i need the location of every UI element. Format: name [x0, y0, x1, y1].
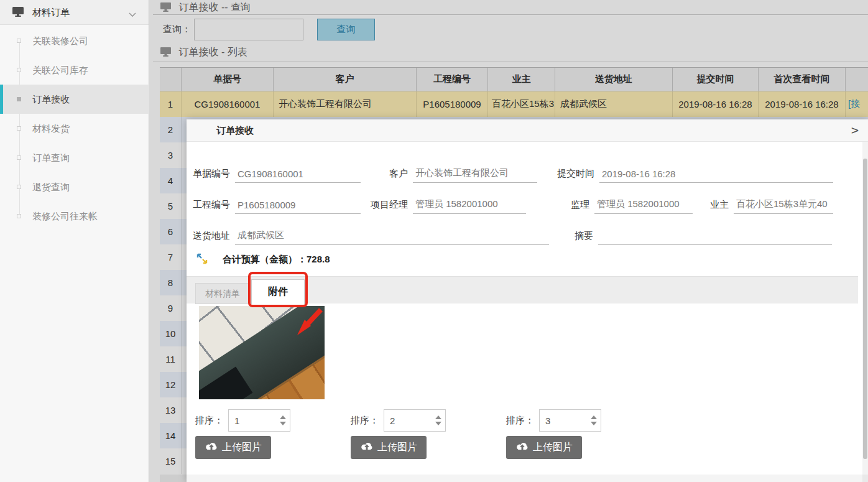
field-value[interactable]: 百花小区15栋3单元40 [734, 198, 833, 214]
sidebar: 材料订单 关联装修公司 关联公司库存 订单接收 材料发货 订单查询 退货查询 装… [0, 0, 149, 482]
field-label: 客户 [361, 168, 408, 183]
cloud-upload-icon [360, 441, 374, 454]
field-summary: 摘要 [555, 224, 832, 245]
field-value[interactable]: P1605180009 [235, 200, 361, 214]
field-project-no: 工程编号 P1605180009 [192, 193, 361, 214]
field-value[interactable]: 2019-08-16 16:28 [599, 169, 833, 183]
modal-header: 订单接收 > [187, 119, 868, 142]
budget-total-line: 合计预算（金额）：728.8 [196, 253, 330, 266]
sort-group-1: 排序： [195, 409, 290, 432]
sort-spinner-3 [539, 409, 601, 432]
field-value[interactable]: CG1908160001 [235, 169, 361, 183]
sidebar-item-cailiao-fahuo[interactable]: 材料发货 [0, 114, 149, 143]
sort-label: 排序： [351, 415, 379, 427]
sort-input-3[interactable] [540, 410, 584, 431]
sidebar-header[interactable]: 材料订单 [0, 0, 149, 25]
upload-image-button-1[interactable]: 上传图片 [195, 436, 271, 459]
budget-total-text: 合计预算（金额）：728.8 [223, 254, 330, 266]
sidebar-item-wanglai-zhang[interactable]: 装修公司往来帐 [0, 202, 149, 231]
sidebar-item-label: 订单查询 [32, 143, 70, 172]
order-receive-modal: 订单接收 > 单据编号 CG1908160001 客户 开心装饰工程有限公司 提… [187, 119, 868, 482]
sidebar-item-label: 装修公司往来帐 [32, 202, 98, 231]
field-owner: 业主 百花小区15栋3单元40 [706, 193, 833, 214]
sort-label: 排序： [195, 415, 223, 427]
collapse-icon[interactable]: > [847, 122, 863, 138]
field-label: 摘要 [555, 230, 593, 245]
sidebar-item-dingdan-jieshou[interactable]: 订单接收 [0, 85, 149, 114]
spinner-down-icon[interactable] [591, 422, 597, 425]
sort-group-3: 排序： [506, 409, 601, 432]
bullet-icon [17, 214, 21, 218]
field-value[interactable]: 管理员 1582001000 [594, 198, 693, 214]
bullet-icon [17, 126, 21, 131]
monitor-icon [12, 7, 24, 19]
field-label: 工程编号 [192, 199, 230, 214]
tab-strip: 材料清单 附件 [187, 276, 858, 304]
modal-vertical-scrollbar[interactable] [862, 142, 868, 475]
modal-horizontal-scrollbar[interactable] [187, 475, 862, 482]
field-value[interactable]: 成都武候区 [235, 229, 549, 245]
field-label: 业主 [706, 199, 729, 214]
upload-image-button-2[interactable]: 上传图片 [351, 436, 427, 459]
bullet-icon [17, 68, 21, 72]
sort-spinner-1 [228, 409, 290, 432]
chevron-down-icon [129, 9, 136, 19]
field-label: 提交时间 [555, 168, 594, 183]
spinner-up-icon[interactable] [280, 415, 286, 419]
sort-input-2[interactable] [384, 410, 429, 431]
sidebar-item-label: 退货查询 [32, 172, 70, 202]
field-value[interactable]: 管理员 1582001000 [413, 198, 526, 214]
field-label: 送货地址 [192, 230, 230, 245]
bullet-icon [17, 185, 21, 189]
sidebar-item-label: 订单接收 [32, 85, 70, 114]
field-address: 送货地址 成都武候区 [192, 224, 549, 245]
spinner-down-icon[interactable] [280, 422, 286, 425]
spinner-down-icon[interactable] [435, 422, 441, 425]
modal-title: 订单接收 [216, 119, 254, 142]
sidebar-item-guanlian-zhuangxiu[interactable]: 关联装修公司 [0, 26, 149, 55]
sort-spinner-2 [384, 409, 446, 432]
field-value[interactable]: 开心装饰工程有限公司 [413, 167, 537, 183]
field-value[interactable] [598, 241, 832, 245]
sort-input-1[interactable] [229, 410, 274, 431]
upload-image-button-3[interactable]: 上传图片 [506, 436, 582, 459]
sidebar-header-label: 材料订单 [32, 0, 70, 25]
field-project-manager: 项目经理 管理员 1582001000 [366, 193, 526, 214]
sidebar-item-guanlian-kucun[interactable]: 关联公司库存 [0, 55, 149, 85]
arrows-icon [196, 253, 208, 266]
tab-material-list[interactable]: 材料清单 [195, 283, 250, 304]
field-label: 项目经理 [366, 199, 408, 214]
sort-group-2: 排序： [351, 409, 446, 432]
field-doc-no: 单据编号 CG1908160001 [192, 162, 361, 183]
bullet-icon [17, 97, 21, 101]
field-submit-time: 提交时间 2019-08-16 16:28 [555, 162, 833, 183]
sidebar-item-tuihuo-chaxun[interactable]: 退货查询 [0, 172, 149, 202]
bullet-icon [17, 39, 21, 43]
cloud-upload-icon [515, 441, 529, 454]
upload-button-label: 上传图片 [533, 441, 573, 454]
sidebar-item-dingdan-chaxun[interactable]: 订单查询 [0, 143, 149, 172]
attachment-thumbnail[interactable] [199, 306, 325, 399]
bullet-icon [17, 155, 21, 160]
cloud-upload-icon [205, 441, 218, 454]
field-label: 监理 [560, 199, 589, 214]
field-supervisor: 监理 管理员 1582001000 [560, 193, 693, 214]
sidebar-item-label: 关联公司库存 [32, 55, 88, 85]
sidebar-item-label: 关联装修公司 [32, 26, 88, 55]
scrollbar-thumb[interactable] [863, 159, 867, 459]
upload-button-label: 上传图片 [377, 441, 417, 454]
sidebar-item-label: 材料发货 [32, 114, 70, 143]
field-customer: 客户 开心装饰工程有限公司 [361, 162, 537, 183]
field-label: 单据编号 [192, 168, 230, 183]
spinner-up-icon[interactable] [435, 415, 441, 419]
upload-button-label: 上传图片 [222, 441, 262, 454]
tab-attachments[interactable]: 附件 [251, 279, 305, 304]
sort-label: 排序： [506, 415, 534, 427]
scrollbar-corner [862, 475, 868, 482]
spinner-up-icon[interactable] [591, 415, 597, 419]
